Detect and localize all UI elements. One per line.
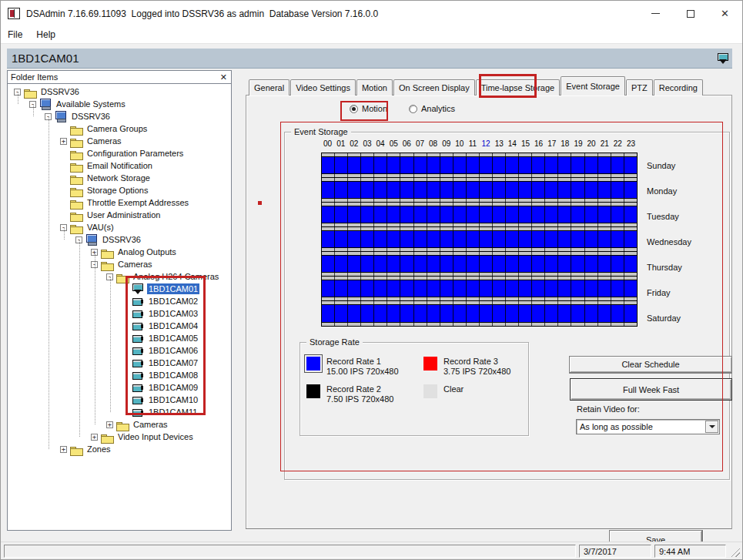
schedule-cell[interactable] <box>611 305 624 322</box>
tree-item-cameras[interactable]: +Cameras <box>8 418 231 431</box>
schedule-cell[interactable] <box>506 231 519 247</box>
schedule-cell[interactable] <box>400 231 413 247</box>
rate-swatch[interactable] <box>423 357 437 371</box>
retain-video-select[interactable]: As long as possible <box>576 419 720 434</box>
schedule-cell[interactable] <box>348 256 361 272</box>
tab-time-lapse-storage[interactable]: Time-lapse Storage <box>476 79 561 96</box>
schedule-cell[interactable] <box>414 157 427 173</box>
schedule-cell[interactable] <box>440 305 453 322</box>
schedule-cell[interactable] <box>480 206 493 223</box>
schedule-cell[interactable] <box>348 231 361 247</box>
schedule-cell[interactable] <box>374 157 387 173</box>
schedule-cell[interactable] <box>585 256 598 272</box>
tab-event-storage[interactable]: Event Storage <box>561 76 625 96</box>
schedule-cell[interactable] <box>624 305 637 322</box>
schedule-cell[interactable] <box>440 256 453 272</box>
clear-schedule-button[interactable]: Clear Schedule <box>569 356 732 374</box>
tree-item-zones[interactable]: +Zones <box>8 443 231 455</box>
schedule-cell[interactable] <box>571 182 584 198</box>
tree-item-camera-groups[interactable]: Camera Groups <box>8 122 231 135</box>
schedule-cell[interactable] <box>519 305 532 322</box>
tab-general[interactable]: General <box>249 79 290 96</box>
tree-item-network-storage[interactable]: Network Storage <box>8 172 231 184</box>
maximize-button[interactable] <box>673 1 708 26</box>
tree-item-1bd1cam07[interactable]: 1BD1CAM07 <box>8 357 231 369</box>
schedule-cell[interactable] <box>571 157 584 173</box>
schedule-cell[interactable] <box>374 206 387 223</box>
schedule-cell[interactable] <box>558 206 571 223</box>
schedule-cell[interactable] <box>414 280 427 297</box>
schedule-cell[interactable] <box>506 256 519 272</box>
schedule-cell[interactable] <box>400 206 413 223</box>
tree-item-1bd1cam02[interactable]: 1BD1CAM02 <box>8 295 231 307</box>
schedule-cell[interactable] <box>598 231 611 247</box>
schedule-cell[interactable] <box>545 206 558 223</box>
panel-close-icon[interactable]: ✕ <box>220 73 227 82</box>
schedule-cell[interactable] <box>493 231 506 247</box>
schedule-cell[interactable] <box>506 280 519 297</box>
schedule-cell[interactable] <box>374 256 387 272</box>
tree-item-user-administration[interactable]: User Administration <box>8 209 231 221</box>
tab-motion[interactable]: Motion <box>356 79 393 96</box>
schedule-cell[interactable] <box>506 182 519 198</box>
schedule-cell[interactable] <box>322 182 335 198</box>
schedule-cell[interactable] <box>624 280 637 297</box>
schedule-cell[interactable] <box>624 231 637 247</box>
expand-icon[interactable]: + <box>60 446 67 453</box>
schedule-cell[interactable] <box>532 280 545 297</box>
schedule-cell[interactable] <box>335 206 348 223</box>
schedule-cell[interactable] <box>348 305 361 322</box>
schedule-cell[interactable] <box>387 305 400 322</box>
schedule-cell[interactable] <box>427 206 440 223</box>
rate-swatch[interactable] <box>423 384 437 398</box>
schedule-cell[interactable] <box>414 182 427 198</box>
schedule-cell[interactable] <box>400 280 413 297</box>
schedule-cell[interactable] <box>453 157 467 173</box>
schedule-cell[interactable] <box>480 305 493 322</box>
tree-item-cameras[interactable]: +Cameras <box>8 135 231 147</box>
schedule-cell[interactable] <box>506 305 519 322</box>
tree-item-1bd1cam08[interactable]: 1BD1CAM08 <box>8 369 231 381</box>
schedule-cell[interactable] <box>558 280 571 297</box>
radio-option-motion[interactable]: Motion <box>350 104 387 113</box>
schedule-cell[interactable] <box>400 305 413 322</box>
schedule-cell[interactable] <box>519 157 532 173</box>
schedule-cell[interactable] <box>571 231 584 247</box>
schedule-cell[interactable] <box>335 157 348 173</box>
full-week-fast-button[interactable]: Full Week Fast <box>570 378 732 401</box>
schedule-cell[interactable] <box>598 182 611 198</box>
schedule-cell[interactable] <box>361 305 374 322</box>
schedule-cell[interactable] <box>598 280 611 297</box>
tree-item-dssrv36[interactable]: -DSSRV36 <box>8 86 231 98</box>
schedule-cell[interactable] <box>335 256 348 272</box>
schedule-cell[interactable] <box>414 305 427 322</box>
schedule-cell[interactable] <box>624 182 637 198</box>
schedule-cell[interactable] <box>624 157 637 173</box>
schedule-cell[interactable] <box>624 206 637 223</box>
tree-item-dssrv36[interactable]: -DSSRV36 <box>8 233 231 246</box>
schedule-cell[interactable] <box>493 280 506 297</box>
schedule-cell[interactable] <box>532 305 545 322</box>
schedule-cell[interactable] <box>374 280 387 297</box>
schedule-cell[interactable] <box>348 182 361 198</box>
schedule-cell[interactable] <box>453 256 467 272</box>
schedule-cell[interactable] <box>335 305 348 322</box>
schedule-cell[interactable] <box>414 256 427 272</box>
schedule-cell[interactable] <box>571 256 584 272</box>
schedule-cell[interactable] <box>427 280 440 297</box>
tree-item-dssrv36[interactable]: -DSSRV36 <box>8 110 231 122</box>
schedule-cell[interactable] <box>598 157 611 173</box>
schedule-cell[interactable] <box>598 256 611 272</box>
schedule-cell[interactable] <box>493 182 506 198</box>
schedule-cell[interactable] <box>585 231 598 247</box>
tree-item-throttle-exempt-addresses[interactable]: Throttle Exempt Addresses <box>8 196 231 209</box>
schedule-cell[interactable] <box>335 280 348 297</box>
schedule-cell[interactable] <box>440 280 453 297</box>
minimize-button[interactable] <box>638 1 673 26</box>
schedule-cell[interactable] <box>387 206 400 223</box>
tab-video-settings[interactable]: Video Settings <box>290 79 356 96</box>
schedule-cell[interactable] <box>414 206 427 223</box>
schedule-cell[interactable] <box>558 157 571 173</box>
schedule-cell[interactable] <box>611 231 624 247</box>
schedule-cell[interactable] <box>571 206 584 223</box>
